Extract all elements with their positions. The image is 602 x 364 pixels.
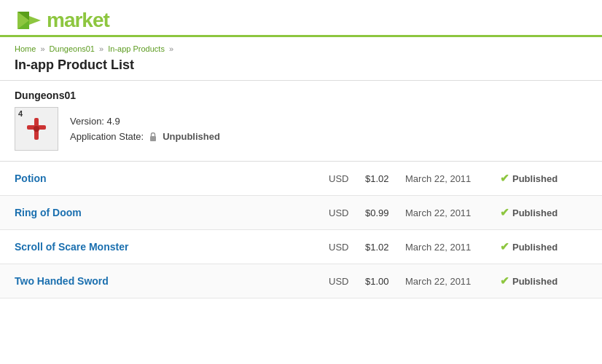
logo: market bbox=[15, 6, 109, 35]
svg-point-5 bbox=[34, 126, 39, 132]
product-price-2: $0.99 bbox=[365, 207, 405, 218]
check-icon-4: ✔ bbox=[500, 274, 509, 288]
product-currency-4: USD bbox=[329, 276, 365, 287]
page-title: In-app Product List bbox=[0, 56, 602, 81]
app-icon: 4 bbox=[15, 107, 58, 151]
check-icon-3: ✔ bbox=[500, 240, 509, 253]
state-value: Unpublished bbox=[163, 131, 220, 142]
product-currency-1: USD bbox=[329, 173, 365, 184]
product-date-2: March 22, 2011 bbox=[405, 207, 500, 218]
products-table: Potion USD $1.02 March 22, 2011 ✔ Publis… bbox=[0, 162, 602, 298]
product-row-4: Two Handed Sword USD $1.00 March 22, 201… bbox=[0, 264, 602, 298]
status-label-3: Published bbox=[512, 242, 558, 253]
app-details: 4 Version: 4.9 Application State: Unpubl bbox=[15, 107, 587, 151]
status-label-2: Published bbox=[512, 207, 558, 218]
product-name-2[interactable]: Ring of Doom bbox=[15, 207, 329, 218]
breadcrumb-sep-3: » bbox=[169, 44, 173, 53]
product-date-1: March 22, 2011 bbox=[405, 173, 500, 184]
product-name-3[interactable]: Scroll of Scare Monster bbox=[15, 241, 329, 253]
breadcrumb-sep-1: » bbox=[40, 44, 44, 53]
breadcrumb-sep-2: » bbox=[99, 44, 103, 53]
breadcrumb-bar: Home » Dungeons01 » In-app Products » bbox=[0, 37, 602, 56]
status-label-4: Published bbox=[512, 276, 558, 287]
check-icon-1: ✔ bbox=[500, 172, 509, 185]
breadcrumb-dungeons[interactable]: Dungeons01 bbox=[50, 44, 95, 53]
product-price-3: $1.02 bbox=[365, 242, 405, 253]
product-status-4: ✔ Published bbox=[500, 274, 587, 288]
app-icon-svg bbox=[23, 115, 50, 143]
product-row-2: Ring of Doom USD $0.99 March 22, 2011 ✔ … bbox=[0, 196, 602, 230]
product-status-3: ✔ Published bbox=[500, 240, 587, 253]
breadcrumb-home[interactable]: Home bbox=[15, 44, 36, 53]
version-value: 4.9 bbox=[107, 116, 120, 127]
app-icon-badge: 4 bbox=[18, 109, 23, 118]
product-status-2: ✔ Published bbox=[500, 206, 587, 219]
product-date-3: March 22, 2011 bbox=[405, 242, 500, 253]
product-row-3: Scroll of Scare Monster USD $1.02 March … bbox=[0, 230, 602, 264]
app-section: Dungeons01 4 Version: 4.9 Application St… bbox=[0, 81, 602, 162]
lock-icon bbox=[148, 132, 158, 142]
product-currency-2: USD bbox=[329, 207, 365, 218]
check-icon-2: ✔ bbox=[500, 206, 509, 219]
app-meta: Version: 4.9 Application State: Unpublis… bbox=[70, 116, 220, 142]
app-state: Application State: Unpublished bbox=[70, 131, 220, 142]
product-name-1[interactable]: Potion bbox=[15, 173, 329, 184]
product-row-1: Potion USD $1.02 March 22, 2011 ✔ Publis… bbox=[0, 162, 602, 196]
breadcrumb-inapp[interactable]: In-app Products bbox=[108, 44, 165, 53]
product-date-4: March 22, 2011 bbox=[405, 276, 500, 287]
product-name-4[interactable]: Two Handed Sword bbox=[15, 275, 329, 287]
svg-rect-6 bbox=[150, 136, 156, 141]
product-status-1: ✔ Published bbox=[500, 172, 587, 185]
header: market bbox=[0, 0, 602, 37]
logo-icon bbox=[15, 6, 44, 35]
version-label: Version: bbox=[70, 116, 104, 127]
product-currency-3: USD bbox=[329, 242, 365, 253]
logo-text: market bbox=[47, 9, 109, 32]
app-version: Version: 4.9 bbox=[70, 116, 220, 127]
state-label: Application State: bbox=[70, 131, 144, 142]
product-price-4: $1.00 bbox=[365, 276, 405, 287]
breadcrumb: Home » Dungeons01 » In-app Products » bbox=[15, 44, 587, 53]
status-label-1: Published bbox=[512, 173, 558, 184]
app-name: Dungeons01 bbox=[15, 90, 587, 101]
product-price-1: $1.02 bbox=[365, 173, 405, 184]
